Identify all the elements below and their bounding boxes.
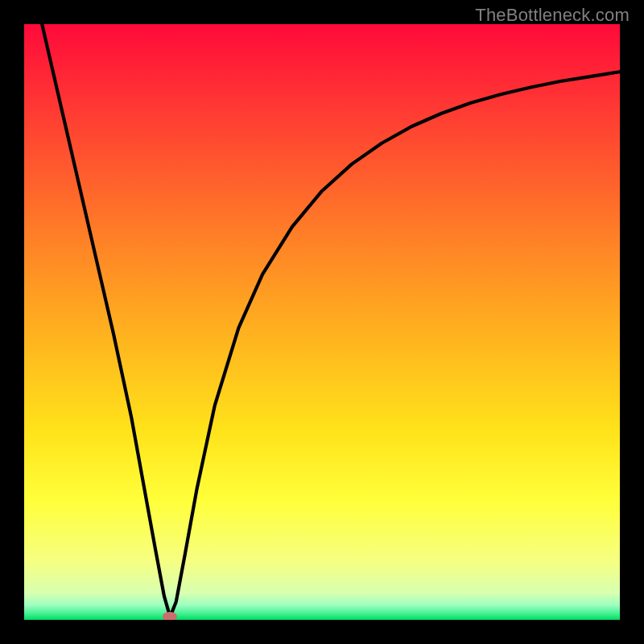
watermark-text: TheBottleneck.com bbox=[475, 5, 630, 26]
minimum-marker bbox=[163, 612, 177, 620]
plot-area bbox=[24, 24, 620, 620]
chart-frame: TheBottleneck.com bbox=[0, 0, 644, 644]
bottleneck-curve bbox=[24, 24, 620, 620]
